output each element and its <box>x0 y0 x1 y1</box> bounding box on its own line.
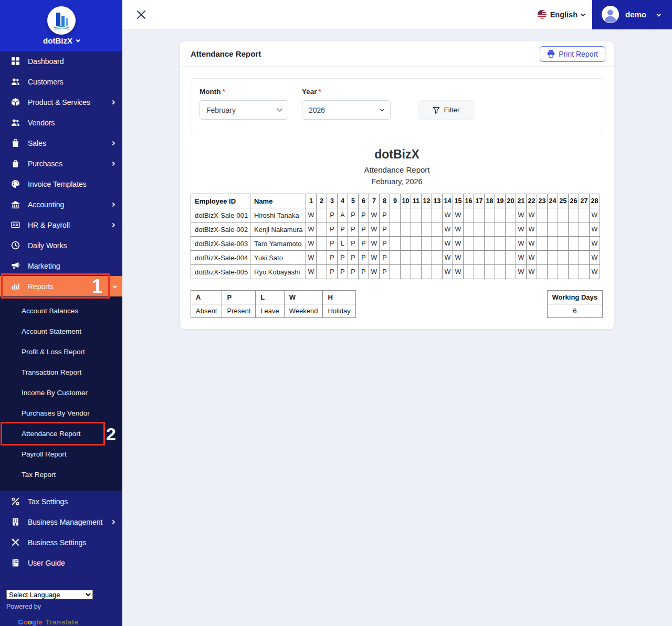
day-cell: W <box>443 265 453 279</box>
chevron-right-icon <box>111 100 115 104</box>
sidebar-item-business-management[interactable]: Business Management <box>0 512 122 532</box>
day-cell <box>495 251 506 265</box>
day-header: 21 <box>516 194 527 208</box>
sidebar-item-accounting[interactable]: Accounting <box>0 194 122 215</box>
day-cell <box>432 208 443 222</box>
attendance-header-row: Employee IDName1234567891011121314151617… <box>191 194 600 208</box>
palette-icon <box>10 179 20 189</box>
sidebar-item-dashboard[interactable]: Dashboard <box>0 51 122 71</box>
sidebar-item-label: User Guide <box>28 559 65 567</box>
sidebar-item-customers[interactable]: Customers <box>0 71 122 92</box>
users-icon <box>10 118 20 128</box>
sidebar-item-label: Invoice Templates <box>28 180 87 188</box>
year-select[interactable]: 2026 <box>302 100 391 120</box>
report-period: February, 2026 <box>191 177 603 186</box>
day-cell: W <box>516 237 527 251</box>
sidebar-item-vendors[interactable]: Vendors <box>0 112 122 133</box>
day-cell <box>506 265 516 279</box>
day-cell: W <box>443 222 453 237</box>
sidebar-item-label: Tax Settings <box>28 497 68 506</box>
day-cell <box>464 222 474 237</box>
printer-icon <box>547 50 555 58</box>
day-cell: W <box>443 208 453 222</box>
filter-label: Filter <box>444 106 460 114</box>
day-cell: W <box>590 208 600 222</box>
book-icon <box>10 558 20 568</box>
day-cell <box>558 237 569 251</box>
day-cell: P <box>338 222 348 237</box>
day-cell: P <box>348 251 359 265</box>
sidebar-item-marketing[interactable]: Marketing <box>0 256 122 276</box>
submenu-item-label: Purchases By Vendor <box>22 409 90 417</box>
day-cell <box>432 222 443 237</box>
sidebar-item-hr-and-payroll[interactable]: HR & Payroll <box>0 215 122 235</box>
submenu-item-transaction-report[interactable]: Transaction Report <box>0 362 122 383</box>
day-cell: W <box>369 265 380 279</box>
sidebar-item-business-settings[interactable]: Business Settings <box>0 532 122 553</box>
day-cell: W <box>306 251 317 265</box>
day-cell: W <box>527 251 537 265</box>
translate-wordmark: Translate <box>46 618 79 626</box>
day-cell: P <box>327 265 338 279</box>
close-icon[interactable] <box>136 9 146 20</box>
brand-header[interactable]: dotBizX <box>0 0 122 51</box>
day-cell <box>411 222 422 237</box>
column-header: Name <box>250 194 306 208</box>
submenu-item-profit-and-loss-report[interactable]: Profit & Loss Report <box>0 342 122 362</box>
day-cell: P <box>380 237 390 251</box>
day-cell <box>548 265 558 279</box>
day-cell <box>317 237 327 251</box>
sidebar-item-invoice-templates[interactable]: Invoice Templates <box>0 174 122 194</box>
day-header: 19 <box>495 194 506 208</box>
topbar: English demo <box>122 0 672 29</box>
day-header: 11 <box>411 194 422 208</box>
report-heading: dotBizX Attendance Report February, 2026 <box>191 147 603 186</box>
day-cell: P <box>359 251 369 265</box>
day-header: 18 <box>485 194 495 208</box>
day-cell: P <box>380 222 390 237</box>
day-cell <box>537 265 548 279</box>
submenu-item-account-statement[interactable]: Account Statement <box>0 321 122 342</box>
day-cell <box>390 237 401 251</box>
submenu-item-tax-report[interactable]: Tax Report <box>0 464 122 485</box>
submenu-item-payroll-report[interactable]: Payroll Report <box>0 444 122 464</box>
clock-icon <box>10 241 20 250</box>
submenu-item-attendance-report[interactable]: Attendance Report2 <box>0 423 122 444</box>
employee-id-cell: dotBizX-Sale-002 <box>191 222 250 237</box>
day-cell <box>474 237 485 251</box>
day-header: 6 <box>359 194 369 208</box>
month-select[interactable]: February <box>200 100 288 120</box>
filter-button[interactable]: Filter <box>418 100 474 120</box>
print-report-button[interactable]: Print Report <box>540 46 605 62</box>
required-asterisk: * <box>319 88 321 96</box>
user-menu[interactable]: demo <box>592 0 672 29</box>
language-label: English <box>550 10 578 19</box>
language-menu[interactable]: English <box>538 10 584 19</box>
attendance-table: Employee IDName1234567891011121314151617… <box>191 194 600 279</box>
language-select[interactable]: Select Language <box>6 590 93 599</box>
legend-meaning: Holiday <box>323 304 355 318</box>
submenu-item-account-balances[interactable]: Account Balances <box>0 301 122 321</box>
day-cell: W <box>306 222 317 237</box>
day-header: 2 <box>317 194 327 208</box>
chevron-down-icon <box>581 12 585 16</box>
sidebar-item-reports[interactable]: Reports1 <box>0 276 122 296</box>
brand-switcher[interactable]: dotBizX <box>43 36 79 45</box>
day-cell: W <box>453 265 464 279</box>
sidebar-item-daily-works[interactable]: Daily Works <box>0 235 122 256</box>
sidebar-item-product-and-services[interactable]: Product & Services <box>0 92 122 112</box>
sidebar-item-sales[interactable]: Sales <box>0 133 122 153</box>
day-cell <box>537 237 548 251</box>
day-header: 20 <box>506 194 516 208</box>
submenu-item-income-by-customer[interactable]: Income By Customer <box>0 383 122 403</box>
sidebar-item-label: Accounting <box>28 200 64 209</box>
employee-name-cell: Hiroshi Tanaka <box>250 208 306 222</box>
day-cell <box>390 265 401 279</box>
submenu-item-label: Tax Report <box>22 471 56 479</box>
day-cell <box>569 237 579 251</box>
sidebar-item-tax-settings[interactable]: Tax Settings <box>0 491 122 512</box>
submenu-item-purchases-by-vendor[interactable]: Purchases By Vendor <box>0 403 122 423</box>
sidebar-item-purchases[interactable]: Purchases <box>0 153 122 174</box>
google-translate-logo[interactable]: GoogleTranslate <box>18 618 122 626</box>
sidebar-item-user-guide[interactable]: User Guide <box>0 553 122 573</box>
